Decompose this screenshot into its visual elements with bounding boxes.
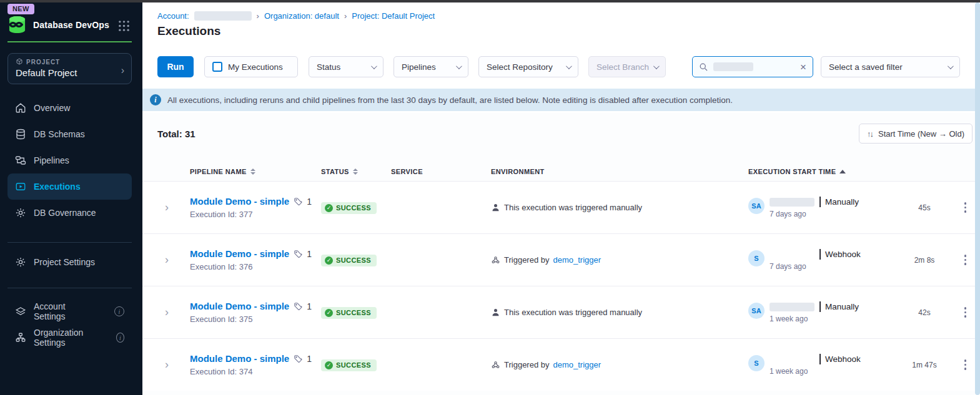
row-menu-icon[interactable]: [962, 200, 969, 215]
expand-row-icon[interactable]: ›: [157, 358, 185, 371]
select-branch-label: Select Branch: [596, 62, 649, 72]
divider: [819, 249, 821, 260]
webhook-icon: [491, 255, 500, 265]
avatar: S: [748, 250, 765, 266]
sidebar-item-overview[interactable]: Overview: [7, 95, 132, 121]
trigger-via-label: Webhook: [825, 250, 861, 259]
sort-ascending-icon: [839, 170, 846, 173]
sidebar-item-label: Overview: [34, 103, 70, 113]
column-header-service: SERVICE: [386, 168, 486, 175]
column-header-label: ENVIRONMENT: [491, 168, 545, 175]
status-cell: ✓ SUCCESS: [316, 306, 386, 319]
expand-row-icon[interactable]: ›: [157, 253, 185, 266]
saved-filter-dropdown[interactable]: Select a saved filter: [821, 56, 960, 77]
check-icon: ✓: [325, 309, 333, 317]
summary-row: Total: 31 ↑↓ Start Time (New → Old): [157, 124, 973, 144]
status-filter-label: Status: [317, 62, 340, 72]
select-repository-dropdown[interactable]: Select Repository: [478, 56, 578, 77]
sidebar-item-label: DB Governance: [34, 208, 96, 218]
status-badge: ✓ SUCCESS: [321, 255, 377, 266]
chevron-down-icon: [566, 63, 572, 69]
execution-row: › Module Demo - simple 1 Execution Id: 3…: [142, 338, 975, 391]
row-menu-icon[interactable]: [962, 357, 969, 373]
status-filter-dropdown[interactable]: Status: [309, 56, 384, 77]
sort-button[interactable]: ↑↓ Start Time (New → Old): [859, 124, 973, 144]
search-icon: [699, 62, 708, 72]
trigger-via-label: Manually: [825, 197, 859, 207]
row-menu-icon[interactable]: [962, 252, 969, 268]
executions-play-icon: [15, 181, 26, 192]
pipelines-filter-dropdown[interactable]: Pipelines: [393, 56, 468, 77]
database-icon: [15, 129, 26, 140]
start-time-cell: SA Manually 1 week ago: [743, 301, 903, 323]
trigger-link[interactable]: demo_trigger: [553, 255, 601, 265]
tag-icon: [294, 250, 302, 258]
new-badge: NEW: [7, 4, 34, 14]
status-badge: ✓ SUCCESS: [321, 359, 377, 371]
breadcrumb-project-link[interactable]: Project: Default Project: [352, 11, 435, 21]
chevron-right-icon: ›: [121, 65, 124, 76]
check-icon: ✓: [325, 361, 333, 369]
pipeline-name-link[interactable]: Module Demo - simple: [190, 248, 289, 259]
tag-count: 1: [307, 197, 312, 207]
column-header-environment: ENVIRONMENT: [486, 168, 743, 175]
my-executions-toggle[interactable]: My Executions: [204, 56, 298, 77]
window-top-strip: [0, 0, 980, 2]
pipeline-name-link[interactable]: Module Demo - simple: [190, 196, 289, 207]
row-menu-icon[interactable]: [962, 305, 969, 320]
sidebar-item-executions[interactable]: Executions: [7, 173, 132, 200]
sidebar-item-project-settings[interactable]: Project Settings: [7, 249, 132, 275]
app-title: Database DevOps: [33, 20, 109, 30]
app-switcher-grid-icon[interactable]: [118, 20, 130, 32]
sidebar-item-label: DB Schemas: [34, 129, 85, 139]
select-repository-label: Select Repository: [487, 62, 553, 72]
my-executions-checkbox[interactable]: [212, 62, 222, 72]
divider: [819, 354, 821, 364]
breadcrumb-account-link[interactable]: Account:: [157, 11, 189, 21]
info-icon[interactable]: i: [116, 333, 124, 343]
run-button[interactable]: Run: [157, 56, 194, 77]
total-count: Total: 31: [157, 129, 196, 139]
vertical-scrollbar[interactable]: [975, 2, 980, 395]
gear-icon: [15, 256, 26, 268]
project-selector[interactable]: PROJECT Default Project ›: [7, 53, 132, 84]
clear-search-icon[interactable]: ×: [800, 62, 806, 72]
search-input[interactable]: ×: [692, 56, 813, 77]
sidebar-item-account-settings[interactable]: Account Settings i: [7, 298, 132, 324]
sidebar-item-db-governance[interactable]: DB Governance: [7, 200, 132, 226]
trigger-cell: Triggered by demo_trigger: [486, 255, 743, 265]
executions-list-section: Total: 31 ↑↓ Start Time (New → Old) PIPE…: [142, 113, 975, 395]
column-header-execution-start-time[interactable]: EXECUTION START TIME: [743, 168, 903, 175]
pipeline-name-link[interactable]: Module Demo - simple: [190, 353, 289, 364]
expand-row-icon[interactable]: ›: [157, 306, 185, 319]
start-time-cell: S Webhook 1 week ago: [743, 354, 903, 376]
chevron-separator-icon: ›: [344, 11, 347, 21]
breadcrumb-organization-link[interactable]: Organization: default: [264, 11, 339, 21]
column-header-pipeline-name[interactable]: PIPELINE NAME: [185, 168, 316, 175]
duration: 42s: [903, 308, 946, 317]
person-icon: [491, 203, 500, 212]
status-badge: ✓ SUCCESS: [321, 202, 377, 214]
status-cell: ✓ SUCCESS: [316, 201, 386, 214]
status-label: SUCCESS: [336, 204, 371, 212]
sidebar-item-pipelines[interactable]: Pipelines: [7, 147, 132, 173]
sidebar-item-organization-settings[interactable]: Organization Settings i: [7, 324, 132, 351]
info-icon[interactable]: i: [114, 306, 124, 316]
execution-row: › Module Demo - simple 1 Execution Id: 3…: [142, 233, 975, 286]
sidebar-item-label: Project Settings: [34, 257, 95, 267]
main-content: Account: › Organization: default › Proje…: [142, 0, 980, 395]
info-banner-text: All executions, including reruns and chi…: [167, 95, 733, 105]
relative-time: 1 week ago: [770, 315, 859, 323]
trigger-link[interactable]: demo_trigger: [553, 360, 601, 369]
column-header-status[interactable]: STATUS: [316, 168, 386, 175]
project-name: Default Project: [16, 67, 124, 78]
my-executions-label: My Executions: [228, 62, 283, 72]
execution-id: Execution Id: 375: [190, 315, 316, 324]
check-icon: ✓: [325, 204, 333, 212]
expand-row-icon[interactable]: ›: [157, 201, 185, 214]
sidebar-item-db-schemas[interactable]: DB Schemas: [7, 121, 132, 147]
trigger-prefix: Triggered by: [504, 255, 550, 265]
pipeline-name-link[interactable]: Module Demo - simple: [190, 301, 289, 311]
avatar: SA: [748, 303, 765, 319]
avatar: SA: [748, 198, 765, 214]
